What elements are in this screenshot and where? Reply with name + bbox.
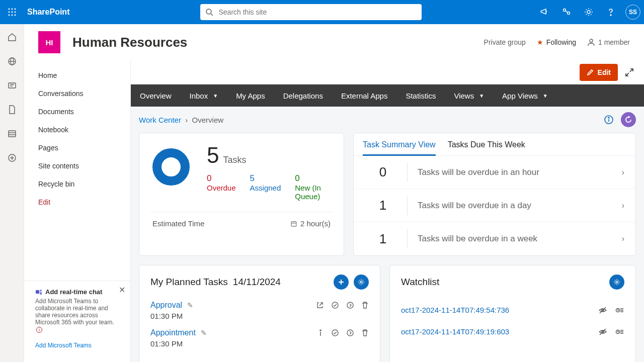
tab-task-summary[interactable]: Task Summary View — [363, 140, 436, 156]
summary-row[interactable]: 1 Tasks will be overdue in a day › — [354, 189, 635, 222]
edit-icon[interactable]: ✎ — [201, 329, 207, 337]
tab-statistics[interactable]: Statistics — [406, 92, 436, 100]
svg-point-12 — [568, 12, 570, 15]
svg-point-27 — [590, 39, 593, 42]
tab-app-views[interactable]: App Views▼ — [502, 92, 548, 100]
tab-overview[interactable]: Overview — [140, 92, 172, 100]
nav-site-contents[interactable]: Site contents — [38, 157, 130, 175]
share-icon[interactable] — [555, 0, 578, 24]
complete-icon[interactable] — [331, 329, 339, 337]
stat-overdue[interactable]: 0Overdue — [207, 173, 236, 201]
delete-icon[interactable] — [361, 301, 369, 309]
settings-icon[interactable] — [578, 0, 600, 24]
help-icon[interactable] — [600, 0, 622, 24]
summary-row[interactable]: 0 Tasks will be overdue in an hour › — [354, 156, 635, 189]
task-summary-card: Task Summary View Tasks Due This Week 0 … — [353, 133, 636, 256]
chevron-down-icon: ▼ — [543, 93, 548, 99]
search-box[interactable] — [200, 4, 422, 20]
nav-notebook[interactable]: Notebook — [38, 121, 130, 139]
home-icon[interactable] — [0, 31, 24, 43]
search-input[interactable] — [218, 4, 417, 20]
watchlist-settings-button[interactable] — [609, 275, 624, 290]
app-launcher-icon[interactable] — [0, 0, 24, 24]
planned-settings-button[interactable] — [354, 275, 369, 290]
svg-point-11 — [564, 9, 566, 12]
members-link[interactable]: 1 member — [587, 38, 630, 46]
expand-icon[interactable] — [625, 68, 634, 77]
globe-icon[interactable] — [0, 55, 24, 67]
list-icon[interactable] — [0, 128, 24, 140]
svg-rect-28 — [36, 290, 39, 294]
edit-page-button[interactable]: Edit — [580, 64, 618, 81]
info-icon[interactable] — [604, 115, 614, 125]
svg-rect-21 — [9, 131, 16, 137]
following-toggle[interactable]: ★ Following — [537, 38, 576, 46]
suite-brand[interactable]: SharePoint — [27, 8, 69, 17]
site-privacy: Private group — [484, 38, 526, 46]
nav-pages[interactable]: Pages — [38, 139, 130, 157]
info-icon[interactable] — [317, 329, 324, 337]
nav-recycle-bin[interactable]: Recycle bin — [38, 175, 130, 193]
tab-my-apps[interactable]: My Apps — [236, 92, 265, 100]
svg-point-45 — [332, 330, 338, 336]
svg-point-5 — [15, 12, 16, 13]
chevron-right-icon: › — [622, 168, 624, 177]
files-icon[interactable] — [0, 104, 24, 116]
add-task-button[interactable] — [334, 275, 349, 290]
forward-icon[interactable] — [346, 301, 354, 309]
timeline-icon[interactable] — [615, 328, 624, 336]
tab-views[interactable]: Views▼ — [454, 92, 484, 100]
unwatch-icon[interactable] — [598, 328, 607, 336]
tab-external-apps[interactable]: External Apps — [341, 92, 388, 100]
tasks-donut-chart — [152, 148, 190, 186]
stat-assigned[interactable]: 5Assigned — [250, 173, 281, 201]
delete-icon[interactable] — [361, 329, 369, 337]
svg-line-10 — [211, 14, 213, 16]
megaphone-icon[interactable] — [533, 0, 555, 24]
tasks-total-count: 5 — [207, 144, 219, 166]
edit-icon[interactable]: ✎ — [187, 301, 193, 309]
nav-home[interactable]: Home — [38, 66, 130, 84]
refresh-button[interactable] — [621, 112, 636, 127]
tab-delegations[interactable]: Delegations — [283, 92, 323, 100]
svg-rect-30 — [40, 292, 42, 295]
tab-inbox[interactable]: Inbox▼ — [190, 92, 218, 100]
nav-edit[interactable]: Edit — [38, 193, 130, 211]
watchlist-item: oct17-2024-11-14T07:49:54:736 — [401, 301, 624, 322]
svg-point-46 — [347, 330, 353, 336]
breadcrumb-root[interactable]: Work Center — [139, 116, 181, 124]
watchlist-link[interactable]: oct17-2024-11-14T07:49:54:736 — [401, 306, 509, 314]
site-header: HI Human Resources Private group ★ Follo… — [24, 24, 644, 60]
info-icon[interactable]: i — [36, 327, 42, 333]
unwatch-icon[interactable] — [598, 306, 607, 314]
planned-title: My Planned Tasks — [150, 277, 228, 288]
stat-new[interactable]: 0New (In Queue) — [295, 173, 331, 201]
svg-point-9 — [206, 9, 211, 14]
account-avatar[interactable]: SS — [622, 0, 644, 24]
tab-due-this-week[interactable]: Tasks Due This Week — [448, 140, 525, 155]
planned-task-item: Approval ✎ 01:30 PM — [150, 299, 369, 326]
close-icon[interactable]: ✕ — [119, 285, 125, 295]
task-link[interactable]: Approval — [150, 301, 182, 310]
chevron-right-icon: › — [622, 201, 624, 210]
task-time: 01:30 PM — [150, 339, 369, 348]
timeline-icon[interactable] — [615, 306, 624, 314]
planned-tasks-card: My Planned Tasks 14/11/2024 Approval ✎ — [139, 265, 380, 362]
site-logo[interactable]: HI — [38, 31, 60, 53]
nav-documents[interactable]: Documents — [38, 103, 130, 121]
task-link[interactable]: Appointment — [150, 328, 196, 337]
summary-row[interactable]: 1 Tasks will be overdue in a week › — [354, 222, 635, 255]
news-icon[interactable] — [0, 79, 24, 92]
svg-point-6 — [9, 15, 10, 16]
promo-link[interactable]: Add Microsoft Teams — [35, 337, 92, 354]
svg-point-40 — [360, 281, 362, 283]
complete-icon[interactable] — [331, 301, 339, 309]
open-external-icon[interactable] — [316, 301, 324, 309]
forward-icon[interactable] — [346, 329, 354, 337]
create-icon[interactable] — [0, 152, 24, 164]
command-bar: Edit — [131, 60, 644, 84]
svg-point-1 — [12, 9, 13, 10]
watchlist-link[interactable]: oct17-2024-11-14T07:49:19:603 — [401, 327, 509, 336]
svg-point-4 — [12, 12, 13, 13]
nav-conversations[interactable]: Conversations — [38, 84, 130, 103]
